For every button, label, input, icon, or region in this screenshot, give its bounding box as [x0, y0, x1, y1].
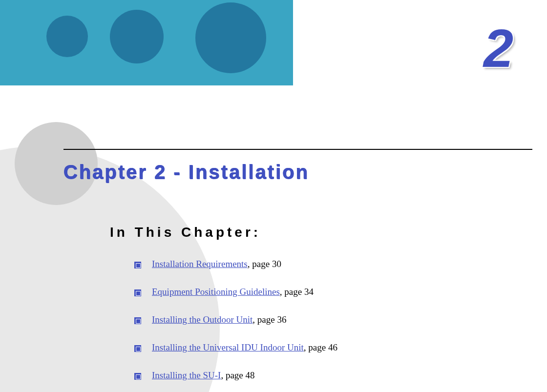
toc-link[interactable]: Installing the Universal IDU Indoor Unit	[152, 342, 304, 352]
bullet-icon	[134, 345, 141, 352]
toc-page: , page 48	[221, 370, 254, 380]
section-heading: In This Chapter:	[110, 225, 261, 240]
decorative-circle-icon	[46, 16, 88, 57]
toc-item: Equipment Positioning Guidelines, page 3…	[134, 287, 337, 297]
decorative-circle-icon	[195, 2, 266, 73]
bullet-icon	[134, 289, 141, 296]
toc-item: Installation Requirements, page 30	[134, 259, 337, 269]
chapter-title: Chapter 2 - Installation	[63, 161, 309, 183]
divider	[63, 149, 532, 150]
toc-page: , page 34	[280, 287, 314, 297]
bullet-icon	[134, 262, 141, 268]
toc-item: Installing the Outdoor Unit, page 36	[134, 314, 337, 325]
header-band	[0, 0, 293, 85]
bullet-icon	[134, 373, 141, 380]
toc-link[interactable]: Equipment Positioning Guidelines	[152, 287, 280, 297]
toc-page: , page 36	[252, 314, 286, 325]
toc-item: Installing the SU-I, page 48	[134, 370, 337, 381]
toc-item: Installing the Universal IDU Indoor Unit…	[134, 342, 337, 353]
toc-link[interactable]: Installing the Outdoor Unit	[152, 314, 252, 325]
toc-link[interactable]: Installing the SU-I	[152, 370, 221, 380]
toc-list: Installation Requirements, page 30 Equip…	[134, 259, 337, 392]
bullet-icon	[134, 317, 141, 324]
decorative-circle-icon	[110, 10, 164, 63]
toc-link[interactable]: Installation Requirements	[152, 259, 248, 269]
chapter-number: 2	[484, 17, 532, 79]
chapter-number-badge: 2	[484, 17, 532, 71]
toc-page: , page 46	[304, 342, 337, 352]
toc-page: , page 30	[248, 259, 281, 269]
